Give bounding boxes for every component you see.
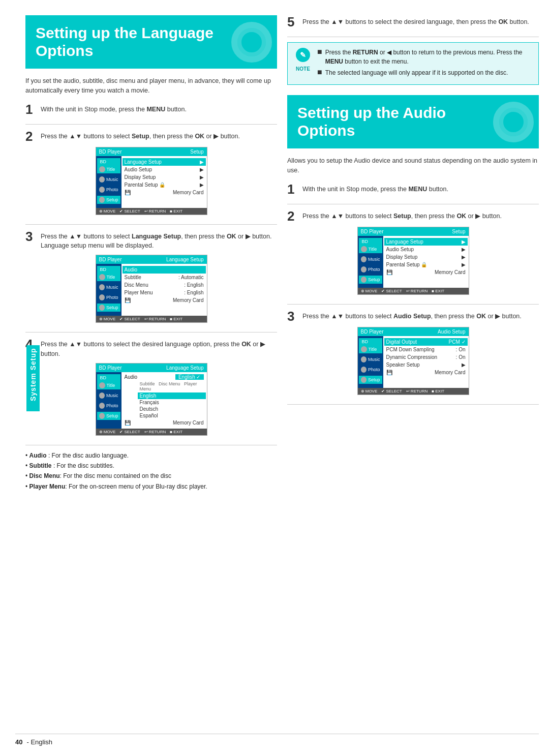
right-step-2: 2 Press the ▲▼ buttons to select Setup, … <box>287 209 539 305</box>
step-1-text: With the unit in Stop mode, press the ME… <box>41 103 187 114</box>
lang-photo-icon <box>99 294 105 300</box>
step-3-header: 3 Press the ▲▼ buttons to select Languag… <box>25 230 277 251</box>
menu-row-language: Language Setup ▶ <box>123 158 206 166</box>
sidebar-setup-label: Setup <box>106 197 118 202</box>
menu-sidebar: BD Title Music Photo <box>96 156 121 208</box>
bullet-audio: • Audio : For the disc audio language. <box>25 450 277 461</box>
step-number-5: 5 <box>287 15 297 28</box>
note-box: ✎ NOTE ■ Press the RETURN or ◀ button to… <box>287 42 539 85</box>
lang-setup-content: Audio Subtitle : Automatic Disc Menu : E… <box>121 264 207 316</box>
note-bullet-2: ■ <box>317 68 322 77</box>
step-5-header: 5 Press the ▲▼ buttons to select the des… <box>287 15 539 28</box>
ls-bd-row: BD <box>97 374 120 381</box>
sidebar-item-title: Title <box>97 165 120 173</box>
ls-header-left: BD Player <box>99 365 122 371</box>
as-footer: ⊕ MOVE ✔ SELECT ↩ RETURN ■ EXIT <box>358 388 469 395</box>
main-content: Setting up the Language Options If you s… <box>15 0 549 756</box>
language-section-header: Setting up the Language Options <box>25 15 277 69</box>
lang-bd-row: BD <box>97 266 120 273</box>
audio-section-header: Setting up the Audio Options <box>287 95 539 148</box>
menu-row-memory: 💾 Memory Card <box>125 189 204 196</box>
r-setup-header: BD Player Setup <box>358 227 469 236</box>
audio-setup-menu-mockup: BD Player Audio Setup BD Title <box>357 327 469 395</box>
sidebar-photo-label: Photo <box>106 187 118 192</box>
step-5-text: Press the ▲▼ buttons to select the desir… <box>302 15 529 27</box>
menu-row-audio: Audio Setup ▶ <box>125 166 204 173</box>
l-sub-label: Subtitle <box>125 275 141 280</box>
bullet-player: • Player Menu: For the on-screen menu of… <box>25 481 277 492</box>
bd-row: BD <box>97 158 120 165</box>
menu-header-right: Setup <box>190 149 203 155</box>
right-step-1: 1 With the unit in Stop mode, press the … <box>287 183 539 204</box>
note-label: NOTE <box>296 64 310 73</box>
right-column: 5 Press the ▲▼ buttons to select the des… <box>287 15 539 741</box>
step-4: 4 Press the ▲▼ buttons to select the des… <box>25 338 277 445</box>
step-5: 5 Press the ▲▼ buttons to select the des… <box>287 15 539 37</box>
r-row-language: Language Setup ▶ <box>384 238 468 246</box>
lang-row-disc: Disc Menu : English <box>125 281 204 289</box>
page-container: System Setup Setting up the Language Opt… <box>0 0 549 756</box>
lang-sidebar-photo: Photo <box>97 293 120 301</box>
as-sidebar-title: Title <box>359 345 382 353</box>
lang-row-player: Player Menu : English <box>125 289 204 296</box>
lang-sidebar-music: Music <box>97 283 120 291</box>
note-item-1: ■ Press the RETURN or ◀ button to return… <box>317 48 532 66</box>
note-text-1: Press the RETURN or ◀ button to return t… <box>325 48 532 66</box>
lang-menu-header-right: Language Setup <box>166 257 203 262</box>
lang-deutsch: Deutsch <box>140 406 204 412</box>
language-setup-menu-mockup: BD Player Language Setup BD Title <box>96 255 207 323</box>
ls-sidebar-title: Title <box>97 381 120 389</box>
footer-exit: ■ EXIT <box>170 209 182 214</box>
ls-english-selected: English ✓ <box>175 374 204 380</box>
as-pcm-label: PCM Down Sampling <box>386 347 435 352</box>
note-bullet-1: ■ <box>317 48 322 66</box>
lang-sidebar-setup: Setup <box>97 304 120 312</box>
language-select-menu-mockup: BD Player Language Setup BD Title <box>96 363 207 436</box>
audio-section-title: Setting up the Audio Options <box>297 104 529 139</box>
l-disc-label: Disc Menu <box>125 282 148 288</box>
r-setup-body: BD Title Music Photo <box>358 236 469 288</box>
right-step-3-header: 3 Press the ▲▼ buttons to select Audio S… <box>287 310 539 323</box>
right-setup-menu: BD Player Setup BD Title Mus <box>357 227 469 295</box>
step-1: 1 With the unit in Stop mode, press the … <box>25 103 277 125</box>
right-step-1-text: With the unit in Stop mode, press the ME… <box>302 183 448 194</box>
step-3-text: Press the ▲▼ buttons to select Language … <box>41 230 271 251</box>
r-sidebar-setup: Setup <box>359 276 382 284</box>
page-footer: 40 - English <box>15 734 539 746</box>
as-row-memory: 💾 Memory Card <box>386 369 466 376</box>
display-label: Display Setup <box>125 174 156 180</box>
step-number-1: 1 <box>25 103 36 116</box>
right-step-2-text: Press the ▲▼ buttons to select Setup, th… <box>302 209 502 221</box>
right-step-number-1: 1 <box>287 183 297 196</box>
page-lang: - English <box>26 738 52 746</box>
audio-setup-header: BD Player Audio Setup <box>358 327 469 336</box>
ls-lang-list: Subtitle Disc Menu Player Menu English F… <box>125 381 204 419</box>
sidebar-item-music: Music <box>97 175 120 184</box>
step-2-header: 2 Press the ▲▼ buttons to select Setup, … <box>25 130 277 143</box>
l-player-value: : English <box>184 290 203 295</box>
setup-menu-content: Language Setup ▶ Audio Setup ▶ Display S… <box>121 156 207 208</box>
lang-espanol: Español <box>140 412 204 419</box>
r-row-display: Display Setup ▶ <box>386 253 466 261</box>
step-4-header: 4 Press the ▲▼ buttons to select the des… <box>25 338 277 359</box>
right-step-3: 3 Press the ▲▼ buttons to select Audio S… <box>287 310 539 405</box>
as-header-right: Audio Setup <box>438 329 466 335</box>
r-setup-footer: ⊕ MOVE ✔ SELECT ↩ RETURN ■ EXIT <box>358 288 469 294</box>
side-tab: System Setup <box>26 345 40 411</box>
audio-title-line1: Setting up the Audio <box>297 104 446 121</box>
note-item-2: ■ The selected language will only appear… <box>317 68 532 77</box>
lang-setup-menu-header: BD Player Language Setup <box>96 255 207 264</box>
intro-text: If you set the audio, subtitle, disc men… <box>25 76 277 96</box>
setup-menu-mockup: BD Player Setup BD Title Mus <box>96 147 207 215</box>
setup-icon <box>99 197 105 203</box>
display-arrow: ▶ <box>200 174 204 180</box>
lang-row-audio: Audio <box>123 266 206 274</box>
lang-sidebar-title: Title <box>97 273 120 281</box>
as-digital-value: PCM ✓ <box>449 339 466 345</box>
lang-row-subtitle: Subtitle : Automatic <box>125 274 204 281</box>
r-row-audio: Audio Setup ▶ <box>386 246 466 253</box>
memory-label: Memory Card <box>173 190 204 195</box>
menu-row-display: Display Setup ▶ <box>125 173 204 181</box>
as-sidebar-setup: Setup <box>359 376 382 384</box>
lang-menu-header-left: BD Player <box>99 257 122 262</box>
